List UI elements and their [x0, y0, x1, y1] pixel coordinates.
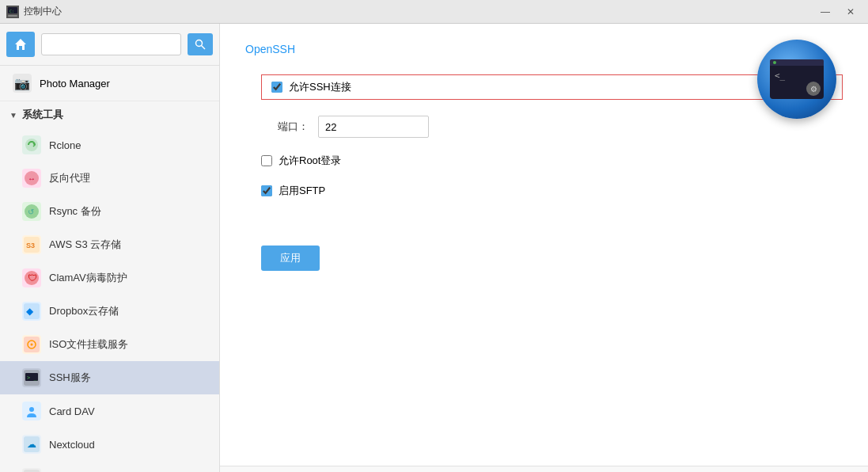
rclone-label: Rclone — [49, 139, 81, 151]
allow-ssh-wrapper: 允许SSH连接 — [261, 74, 843, 100]
expand-triangle-icon: ▼ — [9, 111, 17, 120]
photo-manager-label: Photo Manager — [40, 78, 110, 89]
ssh-label: SSH服务 — [49, 371, 91, 385]
dot-green — [773, 61, 776, 64]
allow-ssh-section: 允许SSH连接 — [261, 74, 843, 100]
allow-root-wrapper: 允许Root登录 — [261, 154, 843, 168]
svg-point-6 — [25, 139, 38, 151]
enable-sftp-checkbox[interactable] — [261, 185, 272, 196]
svg-text:◆: ◆ — [26, 306, 34, 317]
content-footer — [220, 466, 868, 472]
allow-root-checkbox[interactable] — [261, 155, 272, 166]
sidebar-item-photo-manager[interactable]: 📷 Photo Manager — [0, 66, 219, 101]
aws-s3-icon: S3 — [22, 235, 41, 254]
svg-text:S3: S3 — [26, 242, 35, 249]
svg-text:🛡: 🛡 — [28, 272, 37, 284]
allow-root-section: 允许Root登录 — [261, 154, 843, 168]
svg-point-19 — [31, 344, 33, 346]
iso-label: ISO文件挂载服务 — [49, 337, 128, 352]
sidebar-item-carddav[interactable]: Card DAV — [0, 394, 219, 428]
svg-text:↺: ↺ — [28, 207, 34, 216]
clamav-label: ClamAV病毒防护 — [49, 271, 127, 285]
sidebar-item-dropbox[interactable]: ◆ Dropbox云存储 — [0, 295, 219, 328]
more-icon: ⚙ — [22, 468, 41, 472]
port-label: 端口： — [261, 120, 309, 134]
reverse-proxy-label: 反向代理 — [49, 171, 90, 185]
search-button[interactable] — [188, 33, 213, 55]
svg-point-24 — [29, 407, 34, 412]
rclone-icon — [22, 135, 41, 154]
dropbox-icon: ◆ — [22, 302, 41, 321]
page-title: OpenSSH — [245, 43, 843, 55]
section-label: 系统工具 — [22, 108, 63, 122]
clamav-icon: 🛡 — [22, 268, 41, 287]
sidebar-item-clamav[interactable]: 🛡 ClamAV病毒防护 — [0, 261, 219, 295]
svg-rect-3 — [8, 15, 17, 17]
sidebar-item-ssh[interactable]: > _ SSH服务 — [0, 361, 219, 394]
sidebar: 📷 Photo Manager ▼ 系统工具 Rclone — [0, 24, 220, 472]
carddav-icon — [22, 402, 41, 421]
iso-icon — [22, 335, 41, 354]
dropbox-label: Dropbox云存储 — [49, 304, 119, 318]
ssh-icon: > _ — [22, 368, 41, 387]
svg-text:C:: C: — [9, 9, 14, 13]
enable-sftp-wrapper: 启用SFTP — [261, 184, 843, 198]
sidebar-item-rclone[interactable]: Rclone — [0, 128, 219, 162]
reverse-proxy-icon: ↔ — [22, 169, 41, 188]
rsync-label: Rsync 备份 — [49, 204, 101, 219]
ssh-icon-visual: <_ ⚙ — [757, 40, 836, 119]
svg-text:☁: ☁ — [27, 439, 36, 450]
svg-point-4 — [196, 40, 203, 47]
main-container: 📷 Photo Manager ▼ 系统工具 Rclone — [0, 24, 868, 472]
port-input[interactable] — [318, 116, 429, 138]
terminal-prompt: <_ — [775, 70, 819, 81]
apply-button[interactable]: 应用 — [261, 246, 320, 271]
titlebar-controls: — ✕ — [814, 3, 862, 21]
enable-sftp-section: 启用SFTP — [261, 184, 843, 198]
rsync-icon: ↺ — [22, 202, 41, 221]
gear-icon: ⚙ — [806, 82, 821, 96]
ssh-terminal: <_ ⚙ — [770, 59, 824, 99]
ssh-graphic: <_ ⚙ — [757, 40, 836, 119]
search-input[interactable] — [41, 33, 181, 55]
carddav-label: Card DAV — [49, 405, 95, 417]
nextcloud-label: Nextcloud — [49, 439, 95, 451]
close-button[interactable]: ✕ — [840, 3, 862, 21]
sidebar-item-nextcloud[interactable]: ☁ Nextcloud — [0, 428, 219, 461]
titlebar-title: 控制中心 — [24, 5, 814, 18]
nextcloud-icon: ☁ — [22, 435, 41, 454]
section-header-tools[interactable]: ▼ 系统工具 — [0, 101, 219, 128]
sidebar-header — [0, 24, 219, 66]
titlebar: C: 控制中心 — ✕ — [0, 0, 868, 24]
terminal-dots — [773, 61, 776, 64]
svg-text:↔: ↔ — [28, 174, 36, 183]
sidebar-item-rsync[interactable]: ↺ Rsync 备份 — [0, 195, 219, 228]
sidebar-item-aws-s3[interactable]: S3 AWS S3 云存储 — [0, 228, 219, 261]
apply-section: 应用 — [261, 230, 843, 271]
enable-sftp-label[interactable]: 启用SFTP — [279, 184, 325, 198]
allow-root-label[interactable]: 允许Root登录 — [279, 154, 341, 168]
allow-ssh-label[interactable]: 允许SSH连接 — [289, 80, 351, 94]
photo-manager-icon: 📷 — [13, 74, 32, 93]
svg-text:> _: > _ — [27, 375, 37, 381]
sidebar-item-more[interactable]: ⚙ ... — [0, 461, 219, 472]
port-section: 端口： — [261, 116, 843, 138]
content-area: OpenSSH 允许SSH连接 端口： 允许Root登录 — [220, 24, 868, 472]
svg-line-5 — [202, 46, 206, 50]
allow-ssh-checkbox[interactable] — [271, 82, 282, 93]
aws-s3-label: AWS S3 云存储 — [49, 238, 121, 252]
home-button[interactable] — [6, 32, 35, 57]
minimize-button[interactable]: — — [814, 3, 836, 21]
sidebar-item-iso[interactable]: ISO文件挂载服务 — [0, 328, 219, 361]
sidebar-item-reverse-proxy[interactable]: ↔ 反向代理 — [0, 162, 219, 195]
titlebar-icon: C: — [6, 6, 19, 18]
